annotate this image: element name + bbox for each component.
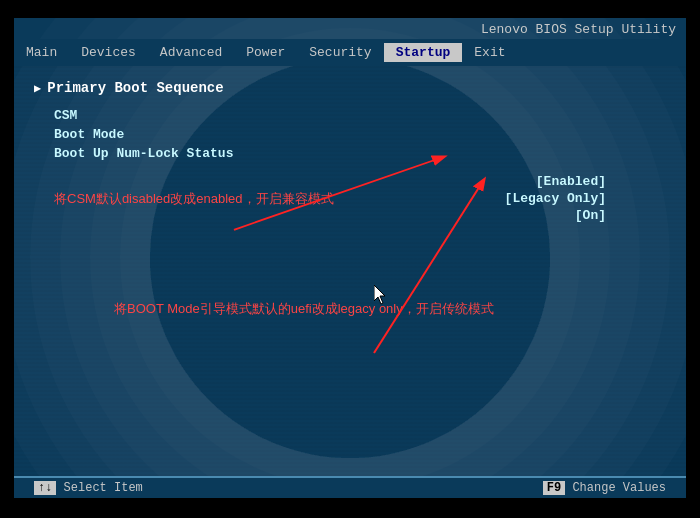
bios-title: Lenovo BIOS Setup Utility bbox=[481, 22, 676, 37]
bios-row-boot-mode[interactable]: Boot Mode bbox=[34, 125, 666, 144]
value-boot-mode: [Legacy Only] bbox=[505, 191, 606, 206]
menu-devices[interactable]: Devices bbox=[69, 43, 148, 62]
menu-power[interactable]: Power bbox=[234, 43, 297, 62]
section-arrow-icon: ▶ bbox=[34, 81, 41, 96]
menu-main[interactable]: Main bbox=[14, 43, 69, 62]
menu-exit[interactable]: Exit bbox=[462, 43, 517, 62]
section-header: ▶ Primary Boot Sequence bbox=[34, 80, 666, 96]
values-column: [Enabled] [Legacy Only] [On] bbox=[505, 174, 606, 223]
menu-items: Main Devices Advanced Power Security Sta… bbox=[14, 43, 518, 62]
label-change: Change Values bbox=[572, 481, 666, 495]
bios-screen: Lenovo BIOS Setup Utility Main Devices A… bbox=[14, 18, 686, 498]
bios-row-numlock[interactable]: Boot Up Num-Lock Status bbox=[34, 144, 666, 163]
annotation-boot-mode: 将BOOT Mode引导模式默认的uefi改成legacy only，开启传统模… bbox=[114, 300, 494, 318]
menu-advanced[interactable]: Advanced bbox=[148, 43, 234, 62]
bottom-change: F9 Change Values bbox=[543, 481, 666, 495]
bios-rows: CSM Boot Mode Boot Up Num-Lock Status [E… bbox=[34, 106, 666, 163]
menu-security[interactable]: Security bbox=[297, 43, 383, 62]
value-csm: [Enabled] bbox=[505, 174, 606, 189]
content-area: ▶ Primary Boot Sequence CSM Boot Mode Bo… bbox=[14, 70, 686, 173]
menu-bar: Main Devices Advanced Power Security Sta… bbox=[14, 39, 686, 66]
svg-marker-0 bbox=[374, 285, 385, 304]
svg-line-4 bbox=[374, 180, 484, 353]
mouse-cursor bbox=[374, 285, 388, 310]
key-f9: F9 bbox=[543, 481, 565, 495]
annotation-csm: 将CSM默认disabled改成enabled，开启兼容模式 bbox=[54, 190, 334, 208]
section-title: Primary Boot Sequence bbox=[47, 80, 223, 96]
bottom-bar: ↑↓ Select Item F9 Change Values bbox=[14, 476, 686, 498]
bottom-select: ↑↓ Select Item bbox=[34, 481, 143, 495]
label-select: Select Item bbox=[64, 481, 143, 495]
menu-startup[interactable]: Startup bbox=[384, 43, 463, 62]
key-arrows: ↑↓ bbox=[34, 481, 56, 495]
value-numlock: [On] bbox=[505, 208, 606, 223]
bios-row-csm[interactable]: CSM bbox=[34, 106, 666, 125]
